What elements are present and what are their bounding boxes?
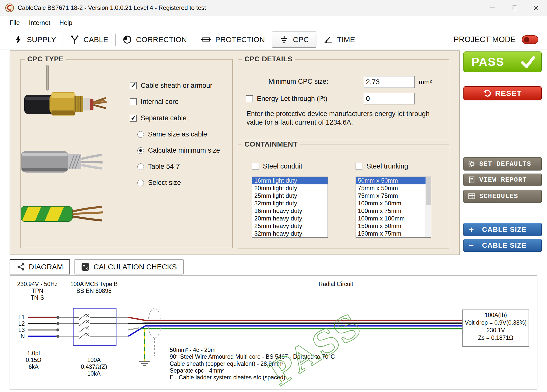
menu-internet[interactable]: Internet bbox=[24, 17, 55, 29]
pass-label: PASS bbox=[471, 55, 504, 69]
tab-cpc[interactable]: CPC bbox=[272, 32, 316, 48]
steel-conduit-listbox: 16mm light duty 20mm light duty 25mm lig… bbox=[252, 177, 328, 238]
tab-correction[interactable]: CORRECTION bbox=[115, 32, 194, 48]
containment-title: CONTAINMENT bbox=[242, 140, 300, 148]
checkbox-steel-conduit[interactable]: Steel conduit bbox=[252, 162, 302, 170]
list-item[interactable]: 100mm x 100mm bbox=[356, 215, 431, 222]
close-button[interactable] bbox=[525, 0, 547, 16]
app-window: CableCalc BS7671 18-2 - Version 1.0.0.21… bbox=[0, 0, 547, 389]
pass-watermark: PASS bbox=[262, 305, 369, 389]
checkbox-box[interactable] bbox=[130, 82, 137, 89]
earthing-system-text: TN-S bbox=[31, 294, 44, 301]
list-item[interactable]: 25mm heavy duty bbox=[252, 222, 328, 230]
list-item[interactable]: 20mm heavy duty bbox=[252, 215, 328, 222]
increase-cable-size-button[interactable]: + CABLE SIZE bbox=[463, 223, 542, 236]
project-mode-toggle[interactable] bbox=[522, 35, 538, 44]
radio-same-size-as-cable[interactable]: Same size as cable bbox=[137, 130, 207, 138]
plus-icon: + bbox=[469, 225, 479, 235]
tab-diagram[interactable]: DIAGRAM bbox=[10, 259, 70, 274]
fuse-icon bbox=[201, 35, 211, 44]
pass-status-button[interactable]: PASS bbox=[463, 51, 542, 72]
tab-cable[interactable]: CABLE bbox=[63, 32, 115, 48]
checkbox-separate-cable[interactable]: Separate cable bbox=[130, 114, 187, 122]
radio-circle[interactable] bbox=[137, 180, 144, 186]
list-item[interactable]: 16mm light duty bbox=[252, 177, 328, 184]
circuit-diagram: 230.94V - 50Hz TPN TN-S 100A MCB Type B … bbox=[10, 276, 537, 389]
close-icon bbox=[533, 5, 539, 11]
checkbox-box[interactable] bbox=[246, 95, 253, 102]
zs-text: Zs = 0.1871Ω bbox=[478, 334, 513, 341]
radio-calculate-minimum-size[interactable]: Calculate minimum size bbox=[137, 147, 220, 154]
diagram-icon bbox=[17, 263, 25, 271]
app-logo-icon bbox=[5, 3, 14, 12]
checkbox-box[interactable] bbox=[252, 163, 259, 170]
tab-protection[interactable]: PROTECTION bbox=[194, 32, 272, 48]
lightning-icon bbox=[14, 35, 23, 44]
checkbox-box[interactable] bbox=[130, 98, 137, 105]
energy-note: Enter the protective device manufacturer… bbox=[246, 109, 443, 127]
phase-l1-label: L1 bbox=[18, 314, 25, 321]
list-item[interactable]: 32mm heavy duty bbox=[252, 230, 328, 237]
window-title: CableCalc BS7671 18-2 - Version 1.0.0.21… bbox=[18, 4, 206, 11]
toggle-knob bbox=[524, 37, 529, 42]
list-item[interactable]: 20mm light duty bbox=[252, 184, 328, 192]
tab-time[interactable]: TIME bbox=[316, 32, 362, 48]
scrollbar-thumb[interactable] bbox=[426, 177, 431, 205]
list-item[interactable]: 16mm heavy duty bbox=[252, 207, 328, 215]
schedules-button[interactable]: SCHEDULES bbox=[463, 190, 542, 203]
radio-circle[interactable] bbox=[137, 147, 144, 154]
maximize-button[interactable] bbox=[504, 0, 525, 16]
checkbox-steel-trunking[interactable]: Steel trunking bbox=[356, 162, 408, 170]
cable-gland-image bbox=[24, 65, 108, 131]
view-report-button[interactable]: VIEW REPORT bbox=[463, 174, 542, 186]
main-area: CPC TYPE bbox=[0, 49, 547, 258]
checkbox-energy-let-through[interactable]: Energy Let through (I²t) bbox=[246, 95, 327, 103]
list-item[interactable]: 150mm x 75mm bbox=[356, 230, 431, 237]
report-icon bbox=[468, 176, 475, 183]
power-factor-text: 1.0pf bbox=[27, 350, 40, 356]
angle-icon bbox=[323, 35, 333, 44]
list-item[interactable]: 75mm x 50mm bbox=[356, 184, 431, 192]
tab-calculation-checks[interactable]: CALCULATION CHECKS bbox=[74, 259, 184, 274]
menu-file[interactable]: File bbox=[5, 17, 24, 29]
radio-select-size[interactable]: Select size bbox=[137, 179, 181, 187]
view-report-label: VIEW REPORT bbox=[479, 176, 527, 184]
list-item[interactable]: 75mm x 75mm bbox=[356, 192, 431, 200]
tab-supply[interactable]: SUPPLY bbox=[7, 32, 63, 48]
checkbox-box[interactable] bbox=[130, 115, 137, 122]
earth-symbol bbox=[139, 361, 150, 365]
separate-cpc-text: Separate cpc - 4mm² bbox=[170, 367, 224, 374]
min-cpc-size-label: Minimum CPC size: bbox=[243, 78, 328, 86]
mcb-symbol bbox=[73, 308, 116, 345]
min-cpc-size-input[interactable] bbox=[364, 76, 415, 88]
list-item[interactable]: 32mm light duty bbox=[252, 200, 328, 207]
list-item[interactable]: 100mm x 50mm bbox=[356, 200, 431, 207]
checkbox-box[interactable] bbox=[356, 163, 362, 170]
checkbox-internal-core[interactable]: Internal core bbox=[130, 98, 179, 106]
volt-drop-text: Volt drop = 0.9V(0.38%) bbox=[465, 319, 527, 326]
radio-circle[interactable] bbox=[137, 131, 144, 138]
set-defaults-button[interactable]: SET DEFAULTS bbox=[463, 157, 542, 171]
radio-circle[interactable] bbox=[137, 163, 144, 170]
trunking-scrollbar[interactable] bbox=[426, 177, 431, 237]
reset-label: RESET bbox=[495, 89, 521, 98]
minimize-icon bbox=[490, 8, 495, 8]
diagram-panel: 230.94V - 50Hz TPN TN-S 100A MCB Type B … bbox=[10, 275, 537, 389]
checkbox-cable-sheath-or-armour[interactable]: Cable sheath or armour bbox=[130, 82, 212, 90]
armoured-cable-image bbox=[21, 141, 104, 183]
list-item[interactable]: 150mm x 50mm bbox=[356, 222, 431, 230]
menu-help[interactable]: Help bbox=[55, 17, 77, 29]
circuit-type-label: Radial Circuit bbox=[319, 281, 353, 287]
energy-let-through-input[interactable] bbox=[364, 93, 415, 104]
set-defaults-label: SET DEFAULTS bbox=[479, 160, 531, 168]
list-item[interactable]: 50mm x 50mm bbox=[356, 177, 431, 184]
decrease-cable-size-button[interactable]: − CABLE SIZE bbox=[463, 239, 542, 252]
minimize-button[interactable] bbox=[482, 0, 504, 16]
radio-table-54-7[interactable]: Table 54-7 bbox=[137, 163, 180, 171]
list-item[interactable]: 25mm light duty bbox=[252, 192, 328, 200]
reset-icon bbox=[483, 89, 491, 97]
reset-button[interactable]: RESET bbox=[463, 86, 542, 100]
check-icon bbox=[521, 55, 535, 68]
cable-size-minus-label: CABLE SIZE bbox=[479, 241, 530, 249]
list-item[interactable]: 100mm x 75mm bbox=[356, 207, 431, 215]
